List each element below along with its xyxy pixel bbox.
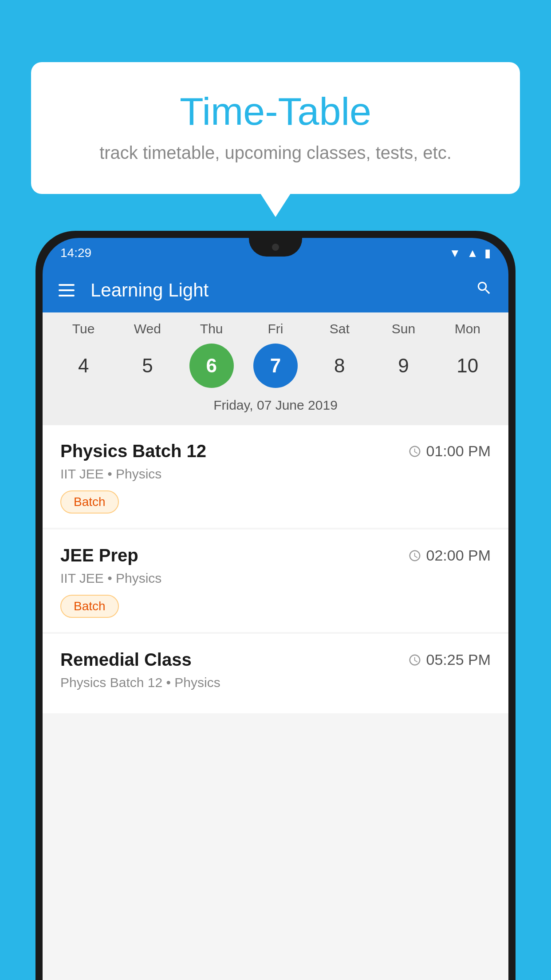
schedule-item-header-1: JEE Prep02:00 PM <box>60 545 491 565</box>
wifi-icon: ▼ <box>449 246 461 260</box>
day-names-row: TueWedThuFriSatSunMon <box>43 321 508 336</box>
hamburger-line-1 <box>59 284 75 286</box>
schedule-time-1: 02:00 PM <box>408 547 491 564</box>
batch-badge-0: Batch <box>60 490 119 514</box>
speech-bubble: Time-Table track timetable, upcoming cla… <box>31 62 520 194</box>
camera-dot <box>272 244 279 251</box>
notch <box>249 238 302 257</box>
schedule-title-0: Physics Batch 12 <box>60 441 206 461</box>
day-number-5[interactable]: 5 <box>125 344 169 388</box>
search-button[interactable] <box>476 280 492 301</box>
status-icons: ▼ ▲ ▮ <box>449 246 491 260</box>
schedule-item-header-0: Physics Batch 1201:00 PM <box>60 441 491 461</box>
day-number-6[interactable]: 6 <box>189 344 234 388</box>
speech-bubble-container: Time-Table track timetable, upcoming cla… <box>31 62 520 194</box>
day-number-10[interactable]: 10 <box>445 344 490 388</box>
app-bar: Learning Light <box>43 268 508 312</box>
schedule-item-0[interactable]: Physics Batch 1201:00 PMIIT JEE • Physic… <box>43 425 508 528</box>
day-name-mon: Mon <box>445 321 490 336</box>
schedule-item-header-2: Remedial Class05:25 PM <box>60 650 491 670</box>
batch-badge-1: Batch <box>60 595 119 618</box>
hamburger-line-3 <box>59 295 75 296</box>
bubble-subtitle: track timetable, upcoming classes, tests… <box>67 143 484 163</box>
battery-icon: ▮ <box>484 246 491 260</box>
phone-inner: 14:29 ▼ ▲ ▮ Learning Light <box>39 234 512 980</box>
day-name-thu: Thu <box>189 321 234 336</box>
day-name-sun: Sun <box>382 321 426 336</box>
bubble-title: Time-Table <box>67 89 484 134</box>
schedule-time-2: 05:25 PM <box>408 651 491 668</box>
phone-screen: 14:29 ▼ ▲ ▮ Learning Light <box>43 238 508 980</box>
schedule-title-2: Remedial Class <box>60 650 192 670</box>
hamburger-line-2 <box>59 289 75 291</box>
day-name-wed: Wed <box>125 321 169 336</box>
schedule-item-2[interactable]: Remedial Class05:25 PMPhysics Batch 12 •… <box>43 634 508 713</box>
schedule-subtitle-2: Physics Batch 12 • Physics <box>60 675 491 690</box>
day-number-7[interactable]: 7 <box>253 344 298 388</box>
day-name-tue: Tue <box>61 321 106 336</box>
day-name-sat: Sat <box>317 321 362 336</box>
phone-frame: 14:29 ▼ ▲ ▮ Learning Light <box>35 231 516 980</box>
day-numbers-row: 45678910 <box>43 336 508 391</box>
schedule-subtitle-1: IIT JEE • Physics <box>60 571 491 586</box>
day-number-4[interactable]: 4 <box>61 344 106 388</box>
schedule-list: Physics Batch 1201:00 PMIIT JEE • Physic… <box>43 425 508 980</box>
app-title: Learning Light <box>91 280 476 301</box>
status-time: 14:29 <box>60 246 91 260</box>
schedule-time-0: 01:00 PM <box>408 443 491 460</box>
schedule-item-1[interactable]: JEE Prep02:00 PMIIT JEE • PhysicsBatch <box>43 530 508 632</box>
selected-date-label: Friday, 07 June 2019 <box>43 391 508 421</box>
signal-icon: ▲ <box>467 246 478 260</box>
status-bar: 14:29 ▼ ▲ ▮ <box>43 238 508 268</box>
day-number-8[interactable]: 8 <box>317 344 362 388</box>
hamburger-menu-button[interactable] <box>59 284 75 296</box>
schedule-title-1: JEE Prep <box>60 545 138 565</box>
calendar-header: TueWedThuFriSatSunMon 45678910 Friday, 0… <box>43 312 508 425</box>
schedule-subtitle-0: IIT JEE • Physics <box>60 466 491 482</box>
day-number-9[interactable]: 9 <box>382 344 426 388</box>
day-name-fri: Fri <box>253 321 298 336</box>
